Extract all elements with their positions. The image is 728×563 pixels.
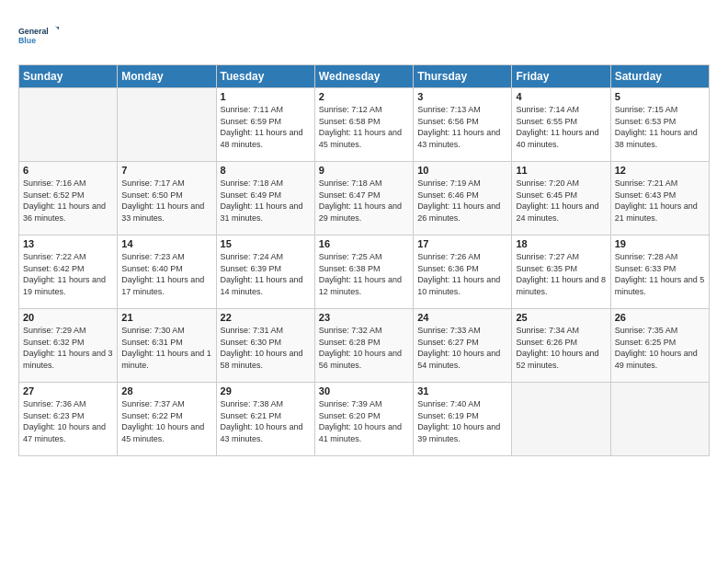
day-number: 1 bbox=[221, 91, 311, 102]
week-row-3: 13Sunrise: 7:22 AMSunset: 6:42 PMDayligh… bbox=[19, 236, 710, 309]
day-number: 28 bbox=[121, 385, 211, 396]
day-info: Sunrise: 7:17 AMSunset: 6:50 PMDaylight:… bbox=[121, 178, 211, 224]
day-number: 7 bbox=[121, 165, 211, 176]
day-number: 20 bbox=[23, 312, 113, 323]
day-info: Sunrise: 7:37 AMSunset: 6:22 PMDaylight:… bbox=[121, 398, 211, 444]
day-cell: 3Sunrise: 7:13 AMSunset: 6:56 PMDaylight… bbox=[414, 88, 512, 162]
day-info: Sunrise: 7:24 AMSunset: 6:39 PMDaylight:… bbox=[221, 251, 311, 297]
day-cell: 22Sunrise: 7:31 AMSunset: 6:30 PMDayligh… bbox=[216, 309, 314, 383]
day-cell: 20Sunrise: 7:29 AMSunset: 6:32 PMDayligh… bbox=[19, 309, 118, 383]
day-header-wednesday: Wednesday bbox=[314, 65, 413, 88]
day-info: Sunrise: 7:36 AMSunset: 6:23 PMDaylight:… bbox=[23, 398, 113, 444]
day-cell: 15Sunrise: 7:24 AMSunset: 6:39 PMDayligh… bbox=[216, 236, 314, 309]
day-cell: 5Sunrise: 7:15 AMSunset: 6:53 PMDaylight… bbox=[610, 88, 709, 162]
day-number: 5 bbox=[615, 91, 705, 102]
week-row-4: 20Sunrise: 7:29 AMSunset: 6:32 PMDayligh… bbox=[19, 309, 710, 383]
day-number: 26 bbox=[615, 312, 705, 323]
day-cell: 7Sunrise: 7:17 AMSunset: 6:50 PMDaylight… bbox=[118, 162, 216, 236]
day-number: 15 bbox=[221, 238, 311, 249]
header-row: SundayMondayTuesdayWednesdayThursdayFrid… bbox=[19, 65, 710, 88]
day-info: Sunrise: 7:14 AMSunset: 6:55 PMDaylight:… bbox=[516, 104, 606, 150]
day-number: 4 bbox=[516, 91, 606, 102]
week-row-2: 6Sunrise: 7:16 AMSunset: 6:52 PMDaylight… bbox=[19, 162, 710, 236]
day-cell: 23Sunrise: 7:32 AMSunset: 6:28 PMDayligh… bbox=[314, 309, 413, 383]
day-header-sunday: Sunday bbox=[19, 65, 118, 88]
day-cell: 6Sunrise: 7:16 AMSunset: 6:52 PMDaylight… bbox=[19, 162, 118, 236]
day-cell: 12Sunrise: 7:21 AMSunset: 6:43 PMDayligh… bbox=[610, 162, 709, 236]
day-info: Sunrise: 7:33 AMSunset: 6:27 PMDaylight:… bbox=[417, 325, 507, 371]
day-number: 16 bbox=[319, 238, 409, 249]
logo-svg: General Blue bbox=[18, 15, 59, 55]
day-number: 24 bbox=[417, 312, 507, 323]
day-cell: 10Sunrise: 7:19 AMSunset: 6:46 PMDayligh… bbox=[414, 162, 512, 236]
day-number: 22 bbox=[221, 312, 311, 323]
week-row-1: 1Sunrise: 7:11 AMSunset: 6:59 PMDaylight… bbox=[19, 88, 710, 162]
day-cell: 11Sunrise: 7:20 AMSunset: 6:45 PMDayligh… bbox=[512, 162, 610, 236]
day-number: 19 bbox=[615, 238, 705, 249]
day-cell: 24Sunrise: 7:33 AMSunset: 6:27 PMDayligh… bbox=[414, 309, 512, 383]
week-row-5: 27Sunrise: 7:36 AMSunset: 6:23 PMDayligh… bbox=[19, 383, 710, 456]
day-number: 2 bbox=[319, 91, 409, 102]
day-info: Sunrise: 7:18 AMSunset: 6:47 PMDaylight:… bbox=[319, 178, 409, 224]
day-info: Sunrise: 7:35 AMSunset: 6:25 PMDaylight:… bbox=[615, 325, 705, 371]
day-cell: 19Sunrise: 7:28 AMSunset: 6:33 PMDayligh… bbox=[610, 236, 709, 309]
day-number: 6 bbox=[23, 165, 113, 176]
header: General Blue bbox=[18, 15, 710, 55]
day-info: Sunrise: 7:30 AMSunset: 6:31 PMDaylight:… bbox=[121, 325, 211, 371]
day-number: 9 bbox=[319, 165, 409, 176]
day-number: 8 bbox=[221, 165, 311, 176]
day-header-monday: Monday bbox=[118, 65, 216, 88]
day-cell: 25Sunrise: 7:34 AMSunset: 6:26 PMDayligh… bbox=[512, 309, 610, 383]
day-cell: 8Sunrise: 7:18 AMSunset: 6:49 PMDaylight… bbox=[216, 162, 314, 236]
day-cell: 28Sunrise: 7:37 AMSunset: 6:22 PMDayligh… bbox=[118, 383, 216, 456]
day-header-saturday: Saturday bbox=[610, 65, 709, 88]
day-info: Sunrise: 7:15 AMSunset: 6:53 PMDaylight:… bbox=[615, 104, 705, 150]
day-info: Sunrise: 7:32 AMSunset: 6:28 PMDaylight:… bbox=[319, 325, 409, 371]
day-cell: 13Sunrise: 7:22 AMSunset: 6:42 PMDayligh… bbox=[19, 236, 118, 309]
day-number: 21 bbox=[121, 312, 211, 323]
day-cell: 16Sunrise: 7:25 AMSunset: 6:38 PMDayligh… bbox=[314, 236, 413, 309]
day-info: Sunrise: 7:21 AMSunset: 6:43 PMDaylight:… bbox=[615, 178, 705, 224]
day-cell: 27Sunrise: 7:36 AMSunset: 6:23 PMDayligh… bbox=[19, 383, 118, 456]
day-cell: 31Sunrise: 7:40 AMSunset: 6:19 PMDayligh… bbox=[414, 383, 512, 456]
day-cell bbox=[118, 88, 216, 162]
day-info: Sunrise: 7:28 AMSunset: 6:33 PMDaylight:… bbox=[615, 251, 705, 297]
day-info: Sunrise: 7:25 AMSunset: 6:38 PMDaylight:… bbox=[319, 251, 409, 297]
day-info: Sunrise: 7:19 AMSunset: 6:46 PMDaylight:… bbox=[417, 178, 507, 224]
day-number: 17 bbox=[417, 238, 507, 249]
day-header-thursday: Thursday bbox=[414, 65, 512, 88]
day-cell: 4Sunrise: 7:14 AMSunset: 6:55 PMDaylight… bbox=[512, 88, 610, 162]
day-info: Sunrise: 7:27 AMSunset: 6:35 PMDaylight:… bbox=[516, 251, 606, 297]
day-number: 3 bbox=[417, 91, 507, 102]
day-info: Sunrise: 7:22 AMSunset: 6:42 PMDaylight:… bbox=[23, 251, 113, 297]
day-cell: 2Sunrise: 7:12 AMSunset: 6:58 PMDaylight… bbox=[314, 88, 413, 162]
day-info: Sunrise: 7:23 AMSunset: 6:40 PMDaylight:… bbox=[121, 251, 211, 297]
day-number: 30 bbox=[319, 385, 409, 396]
day-number: 12 bbox=[615, 165, 705, 176]
day-cell: 1Sunrise: 7:11 AMSunset: 6:59 PMDaylight… bbox=[216, 88, 314, 162]
day-cell: 30Sunrise: 7:39 AMSunset: 6:20 PMDayligh… bbox=[314, 383, 413, 456]
day-number: 13 bbox=[23, 238, 113, 249]
day-number: 31 bbox=[417, 385, 507, 396]
day-info: Sunrise: 7:16 AMSunset: 6:52 PMDaylight:… bbox=[23, 178, 113, 224]
day-info: Sunrise: 7:12 AMSunset: 6:58 PMDaylight:… bbox=[319, 104, 409, 150]
day-number: 29 bbox=[221, 385, 311, 396]
day-cell: 29Sunrise: 7:38 AMSunset: 6:21 PMDayligh… bbox=[216, 383, 314, 456]
day-info: Sunrise: 7:29 AMSunset: 6:32 PMDaylight:… bbox=[23, 325, 113, 371]
day-number: 23 bbox=[319, 312, 409, 323]
day-info: Sunrise: 7:26 AMSunset: 6:36 PMDaylight:… bbox=[417, 251, 507, 297]
day-cell bbox=[19, 88, 118, 162]
day-cell bbox=[610, 383, 709, 456]
day-info: Sunrise: 7:39 AMSunset: 6:20 PMDaylight:… bbox=[319, 398, 409, 444]
day-cell: 9Sunrise: 7:18 AMSunset: 6:47 PMDaylight… bbox=[314, 162, 413, 236]
day-info: Sunrise: 7:11 AMSunset: 6:59 PMDaylight:… bbox=[221, 104, 311, 150]
day-number: 11 bbox=[516, 165, 606, 176]
day-info: Sunrise: 7:31 AMSunset: 6:30 PMDaylight:… bbox=[221, 325, 311, 371]
day-number: 25 bbox=[516, 312, 606, 323]
day-info: Sunrise: 7:18 AMSunset: 6:49 PMDaylight:… bbox=[221, 178, 311, 224]
day-number: 14 bbox=[121, 238, 211, 249]
day-cell: 21Sunrise: 7:30 AMSunset: 6:31 PMDayligh… bbox=[118, 309, 216, 383]
day-info: Sunrise: 7:34 AMSunset: 6:26 PMDaylight:… bbox=[516, 325, 606, 371]
day-info: Sunrise: 7:40 AMSunset: 6:19 PMDaylight:… bbox=[417, 398, 507, 444]
day-cell: 26Sunrise: 7:35 AMSunset: 6:25 PMDayligh… bbox=[610, 309, 709, 383]
